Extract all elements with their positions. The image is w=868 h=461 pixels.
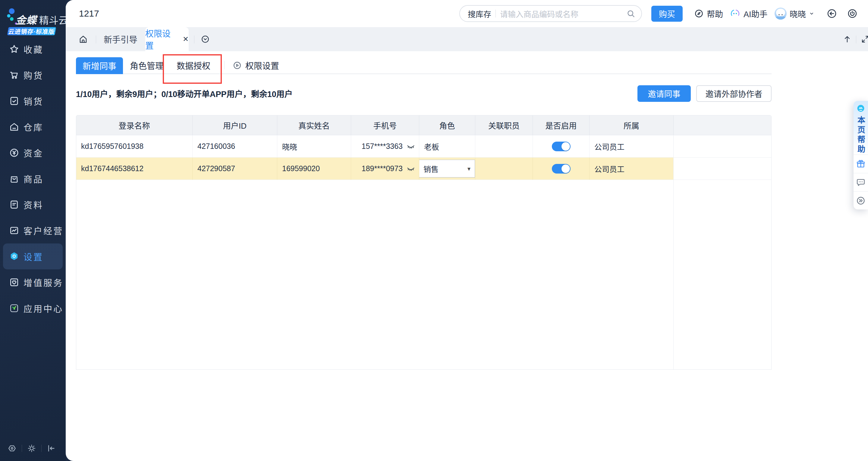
tab-divider: [856, 36, 856, 43]
buy-button[interactable]: 购买: [651, 6, 683, 22]
table-row[interactable]: kd1767446538612427290587169599020189****…: [76, 158, 771, 180]
sidebar-item-label: 收藏: [24, 43, 43, 56]
invite-external-button[interactable]: 邀请外部协作者: [696, 85, 772, 102]
chevron-down-icon: [809, 11, 814, 16]
subtab-role-management[interactable]: 角色管理: [127, 57, 166, 73]
closed-eye-icon[interactable]: [406, 142, 415, 151]
role-select[interactable]: 销售▾: [419, 160, 475, 178]
main-area: 1217 搜库存 请输入商品编码或名称 购买 帮助 AI助手: [66, 0, 868, 461]
avatar: [775, 7, 786, 20]
appcenter-icon: [9, 303, 19, 313]
workspace-id: 1217: [79, 0, 99, 27]
sidebar-item-3[interactable]: 仓库: [3, 114, 63, 140]
permission-settings-link[interactable]: 权限设置: [233, 57, 279, 73]
caret-down-icon: ▾: [467, 166, 470, 172]
settings-subtabs: 新增同事 角色管理 数据授权 权限设置: [76, 57, 772, 74]
sidebar-item-2[interactable]: 销货: [3, 88, 63, 114]
sidebar-item-label: 应用中心: [24, 302, 63, 314]
tab-list-dropdown-icon[interactable]: [201, 35, 210, 44]
close-icon[interactable]: ✕: [183, 36, 189, 43]
ai-assistant-icon: [730, 8, 741, 19]
enable-toggle[interactable]: [552, 164, 570, 174]
ai-assistant-button[interactable]: AI助手: [730, 0, 768, 27]
sidebar-item-label: 增值服务: [24, 276, 63, 289]
search-input[interactable]: 请输入商品编码或名称: [500, 8, 626, 19]
column-header: 是否启用: [533, 115, 590, 135]
sidebar-item-label: 资料: [24, 198, 43, 211]
sidebar-item-10[interactable]: 应用中心: [3, 295, 63, 321]
subtab-data-authorization[interactable]: 数据授权: [176, 57, 212, 73]
toggle-knob: [561, 142, 570, 151]
brightness-icon[interactable]: [27, 443, 36, 453]
vas-icon: [9, 277, 19, 287]
collapse-rail-button[interactable]: [854, 191, 868, 209]
bulb-icon: [855, 103, 866, 114]
help-button[interactable]: 帮助: [694, 0, 723, 27]
settings-icon: [9, 251, 19, 262]
sidebar-item-label: 设置: [24, 250, 43, 263]
cell-linked-staff: [475, 158, 533, 180]
table-body: kd1765957601938427160036晓晓157****3363老板公…: [76, 135, 772, 370]
cell-enabled: [533, 158, 590, 180]
tab-label: 权限设置: [145, 27, 179, 51]
brand-name-light: 精斗云: [39, 15, 68, 26]
sidebar-item-6[interactable]: 资料: [3, 192, 63, 218]
play-circle-icon: [233, 61, 242, 70]
ai-assistant-label: AI助手: [744, 8, 768, 20]
inventory-search[interactable]: 搜库存 请输入商品编码或名称: [459, 5, 642, 22]
sales-doc-icon: [9, 96, 19, 106]
user-menu[interactable]: 晓晓: [775, 0, 814, 27]
tab-permission-settings[interactable]: 权限设置 ✕: [145, 27, 189, 51]
back-icon[interactable]: [827, 8, 837, 19]
home-icon[interactable]: [79, 34, 88, 44]
star-icon: [9, 44, 19, 54]
edition-badge: 云进销存·标准版: [7, 27, 56, 35]
gift-button[interactable]: [854, 155, 868, 173]
sidebar-item-label: 客户经营: [24, 224, 63, 237]
sidebar-item-4[interactable]: 资金: [3, 140, 63, 166]
help-rail: 本页帮助: [854, 101, 868, 209]
enable-toggle[interactable]: [552, 142, 570, 151]
search-icon[interactable]: [626, 9, 635, 18]
column-header: 用户ID: [193, 115, 277, 135]
phone-number: 189****0973: [362, 164, 403, 173]
sidebar-nav: 收藏购货销货仓库资金商品资料客户经营设置增值服务应用中心: [0, 36, 66, 321]
collapse-sidebar-icon[interactable]: [46, 443, 56, 453]
top-bar: 1217 搜库存 请输入商品编码或名称 购买 帮助 AI助手: [66, 0, 868, 27]
toggle-knob: [561, 164, 570, 173]
closed-eye-icon[interactable]: [406, 164, 415, 173]
feedback-button[interactable]: [854, 173, 868, 191]
theme-icon[interactable]: [7, 443, 17, 453]
scroll-top-icon[interactable]: [843, 35, 852, 44]
column-header: 手机号: [351, 115, 419, 135]
permission-settings-label: 权限设置: [245, 59, 279, 71]
sidebar-item-7[interactable]: 客户经营: [3, 218, 63, 243]
search-divider: [495, 10, 496, 18]
tab-newbie-guide[interactable]: 新手引导: [99, 27, 142, 51]
sidebar-item-8[interactable]: 设置: [3, 243, 63, 269]
sidebar-item-9[interactable]: 增值服务: [3, 269, 63, 295]
sidebar-item-0[interactable]: 收藏: [3, 36, 63, 62]
subtab-add-colleague[interactable]: 新增同事: [76, 57, 123, 74]
cell-linked-staff: [475, 135, 533, 158]
sidebar-item-5[interactable]: 商品: [3, 166, 63, 192]
cell-real-name: 晓晓: [277, 135, 351, 158]
table-header: 登录名称用户ID真实姓名手机号角色关联职员是否启用所属: [76, 115, 772, 135]
cell-enabled: [533, 135, 590, 158]
sidebar-item-label: 购货: [24, 69, 43, 81]
column-header: 所属: [590, 115, 674, 135]
invite-colleague-button[interactable]: 邀请同事: [638, 85, 691, 102]
cell-phone: 189****0973: [351, 158, 419, 180]
customer-icon: [9, 225, 19, 236]
help-label: 帮助: [707, 8, 723, 20]
sidebar-item-1[interactable]: 购货: [3, 62, 63, 88]
logout-icon[interactable]: [847, 8, 858, 19]
sidebar-item-label: 资金: [24, 147, 43, 159]
table-row[interactable]: kd1765957601938427160036晓晓157****3363老板公…: [76, 135, 771, 158]
page-help-button[interactable]: 本页帮助: [854, 101, 868, 155]
fullscreen-icon[interactable]: [861, 35, 868, 44]
search-scope-label: 搜库存: [468, 8, 491, 19]
column-header: 角色: [419, 115, 475, 135]
tab-strip: 新手引导 权限设置 ✕: [66, 27, 868, 51]
cell-phone: 157****3363: [351, 135, 419, 158]
